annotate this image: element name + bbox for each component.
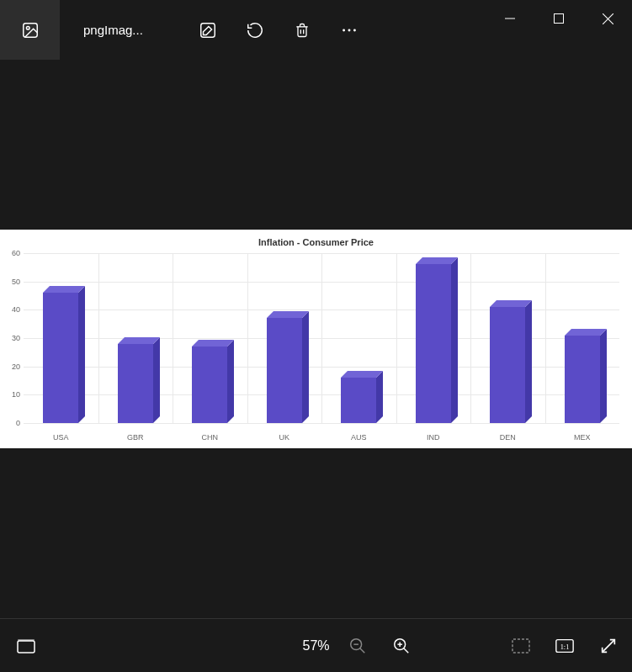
actual-size-icon: 1:1 xyxy=(555,638,575,654)
zoom-in-button[interactable] xyxy=(391,636,412,656)
app-icon[interactable] xyxy=(0,0,60,60)
edit-image-button[interactable] xyxy=(198,20,218,40)
x-tick-label: CHN xyxy=(202,423,219,442)
svg-rect-7 xyxy=(555,14,564,24)
image-icon xyxy=(21,21,40,40)
toolbar xyxy=(198,20,359,40)
svg-point-3 xyxy=(343,29,345,31)
more-horizontal-icon xyxy=(340,21,358,40)
minimize-icon xyxy=(505,13,515,24)
titlebar: pngImag... xyxy=(0,0,632,60)
chart-title: Inflation - Consumer Price xyxy=(0,230,632,247)
gallery-icon xyxy=(16,638,36,654)
svg-text:1:1: 1:1 xyxy=(560,643,570,650)
fullscreen-button[interactable] xyxy=(598,636,619,656)
y-tick-label: 50 xyxy=(12,278,24,286)
y-tick-label: 20 xyxy=(12,362,24,371)
svg-line-13 xyxy=(360,648,365,653)
chart-image: Inflation - Consumer Price 0102030405060… xyxy=(0,230,632,448)
x-tick-label: GBR xyxy=(127,423,144,442)
svg-rect-19 xyxy=(513,639,529,653)
minimize-button[interactable] xyxy=(486,0,534,37)
trash-icon xyxy=(294,21,311,40)
svg-point-1 xyxy=(26,26,29,29)
rotate-icon xyxy=(246,21,264,40)
svg-point-4 xyxy=(348,29,351,31)
grid-line-vertical xyxy=(396,253,397,423)
maximize-icon xyxy=(554,13,564,24)
y-tick-label: 30 xyxy=(12,334,24,342)
svg-rect-10 xyxy=(18,641,35,653)
x-tick-label: IND xyxy=(427,423,440,442)
zoom-level: 57% xyxy=(302,638,329,653)
bottombar: 57% 1:1 xyxy=(0,618,632,672)
window-controls xyxy=(486,0,632,37)
grid-line-vertical xyxy=(98,253,99,423)
x-tick-label: USA xyxy=(53,423,69,442)
gallery-button[interactable] xyxy=(15,635,37,657)
svg-rect-11 xyxy=(18,639,35,641)
y-tick-label: 0 xyxy=(16,419,24,427)
fit-screen-icon xyxy=(511,638,531,654)
zoom-in-icon xyxy=(392,637,411,655)
view-controls: 1:1 xyxy=(511,636,619,656)
rotate-button[interactable] xyxy=(245,20,265,40)
delete-button[interactable] xyxy=(292,20,312,40)
filename: pngImag... xyxy=(83,23,159,37)
svg-line-16 xyxy=(404,648,409,653)
grid-line-vertical xyxy=(470,253,471,423)
image-viewport[interactable]: Inflation - Consumer Price 0102030405060… xyxy=(0,60,632,618)
close-icon xyxy=(603,13,613,24)
y-tick-label: 60 xyxy=(12,249,24,257)
fit-to-screen-button[interactable] xyxy=(511,636,531,656)
y-tick-label: 40 xyxy=(12,305,24,314)
more-button[interactable] xyxy=(339,20,359,40)
y-tick-label: 10 xyxy=(12,390,24,399)
zoom-controls xyxy=(348,636,412,656)
grid-line xyxy=(24,423,619,424)
grid-line-vertical xyxy=(545,253,546,423)
x-tick-label: AUS xyxy=(351,423,367,442)
zoom-out-icon xyxy=(348,637,367,655)
close-button[interactable] xyxy=(583,0,632,37)
x-tick-label: DEN xyxy=(500,423,516,442)
x-tick-label: MEX xyxy=(574,423,591,442)
fullscreen-icon xyxy=(599,637,618,655)
svg-point-5 xyxy=(353,29,356,31)
zoom-out-button[interactable] xyxy=(348,636,368,656)
edit-image-icon xyxy=(199,21,217,40)
x-tick-label: UK xyxy=(279,423,289,442)
grid-line-vertical xyxy=(247,253,248,423)
chart-plot-area: 0102030405060USAGBRCHNUKAUSINDDENMEX xyxy=(24,253,619,423)
actual-size-button[interactable]: 1:1 xyxy=(555,636,575,656)
maximize-button[interactable] xyxy=(534,0,583,37)
grid-line-vertical xyxy=(173,253,173,423)
grid-line-vertical xyxy=(321,253,322,423)
